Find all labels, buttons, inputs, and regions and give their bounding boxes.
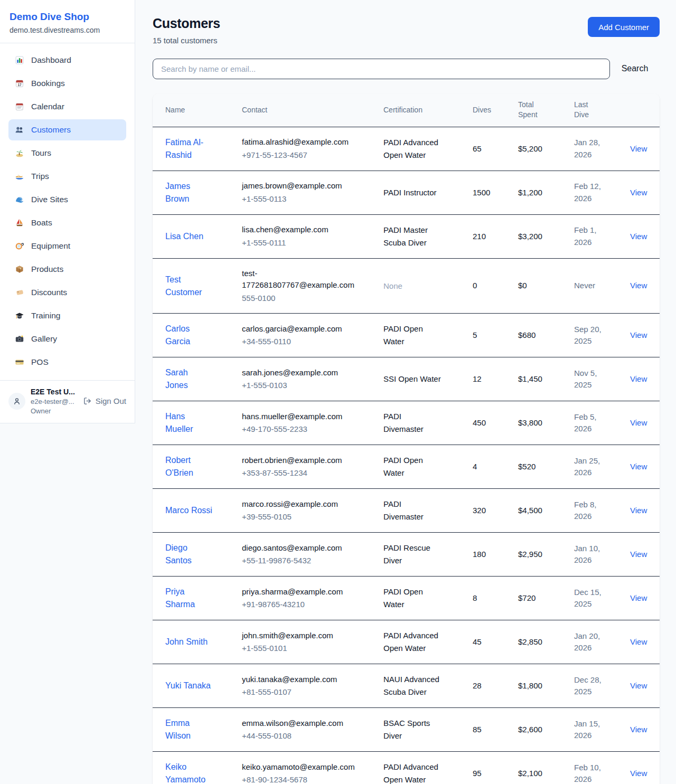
customer-email: lisa.chen@example.com <box>242 224 352 236</box>
customer-name-link[interactable]: Carlos Garcia <box>165 323 212 348</box>
customer-last-dive: Feb 12, 2026 <box>568 171 624 214</box>
sidebar-nav: Dashboard 17 Bookings Calendar Customers… <box>0 43 135 380</box>
view-customer-link[interactable]: View <box>630 769 647 778</box>
tear-calendar-icon: 17 <box>15 79 24 88</box>
sidebar-item-boats[interactable]: Boats <box>8 212 126 233</box>
customer-last-dive: Sep 20, 2025 <box>568 314 624 357</box>
sidebar-item-bookings[interactable]: 17 Bookings <box>8 73 126 94</box>
view-customer-link[interactable]: View <box>630 681 647 690</box>
sidebar-item-gallery[interactable]: Gallery <box>8 328 126 350</box>
customer-dives: 12 <box>466 357 512 401</box>
customer-name-link[interactable]: Fatima Al-Rashid <box>165 136 212 162</box>
sidebar-item-calendar[interactable]: Calendar <box>8 96 126 117</box>
sidebar-item-tours[interactable]: Tours <box>8 143 126 164</box>
customer-phone: +1-555-0113 <box>242 193 352 205</box>
customer-name-link[interactable]: Test Customer <box>165 273 212 299</box>
customer-phone: +81-555-0107 <box>242 686 352 698</box>
app-layout: Demo Dive Shop demo.test.divestreams.com… <box>0 0 676 784</box>
customer-certification: PADI Instructor <box>377 171 466 214</box>
view-customer-link[interactable]: View <box>630 418 647 427</box>
customer-name-link[interactable]: Yuki Tanaka <box>165 679 211 692</box>
sidebar-item-training[interactable]: Training <box>8 305 126 326</box>
view-customer-link[interactable]: View <box>630 144 647 153</box>
sidebar-item-dive-sites[interactable]: Dive Sites <box>8 189 126 210</box>
diving-mask-icon <box>15 241 24 251</box>
sidebar-item-dashboard[interactable]: Dashboard <box>8 50 126 71</box>
speedboat-icon <box>15 172 24 181</box>
table-row: Yuki Tanaka yuki.tanaka@example.com +81-… <box>153 664 660 708</box>
customer-name-link[interactable]: Keiko Yamamoto <box>165 761 212 784</box>
customer-name-link[interactable]: Emma Wilson <box>165 717 212 742</box>
add-customer-button[interactable]: Add Customer <box>588 17 660 37</box>
sidebar-item-products[interactable]: Products <box>8 259 126 280</box>
customer-last-dive: Jan 10, 2026 <box>568 533 624 577</box>
customer-certification: PADI Divemaster <box>377 489 466 533</box>
customer-name-link[interactable]: Marco Rossi <box>165 504 212 517</box>
sidebar-header: Demo Dive Shop demo.test.divestreams.com <box>0 0 135 43</box>
customer-name-link[interactable]: James Brown <box>165 180 212 205</box>
sign-out-button[interactable]: Sign Out <box>83 396 126 405</box>
customer-name-link[interactable]: John Smith <box>165 636 208 648</box>
customer-dives: 45 <box>466 620 512 664</box>
view-customer-link[interactable]: View <box>630 281 647 290</box>
sidebar-item-trips[interactable]: Trips <box>8 166 126 187</box>
customer-phone: +1-555-0103 <box>242 380 352 392</box>
customer-email: john.smith@example.com <box>242 630 352 642</box>
customer-total-spent: $2,600 <box>512 708 568 752</box>
customer-dives: 320 <box>466 489 512 533</box>
customer-dives: 95 <box>466 752 512 784</box>
sidebar-item-equipment[interactable]: Equipment <box>8 235 126 257</box>
customer-name-link[interactable]: Sarah Jones <box>165 366 212 392</box>
customer-last-dive: Never <box>568 258 624 314</box>
view-customer-link[interactable]: View <box>630 637 647 646</box>
sidebar-item-customers[interactable]: Customers <box>8 119 126 140</box>
customer-name-link[interactable]: Hans Mueller <box>165 410 212 436</box>
view-customer-link[interactable]: View <box>630 330 647 339</box>
search-button[interactable]: Search <box>610 63 660 74</box>
customer-last-dive: Nov 5, 2025 <box>568 357 624 401</box>
table-row: Robert O'Brien robert.obrien@example.com… <box>153 445 660 489</box>
view-customer-link[interactable]: View <box>630 188 647 197</box>
customer-total-spent: $2,100 <box>512 752 568 784</box>
view-customer-link[interactable]: View <box>630 506 647 515</box>
view-customer-link[interactable]: View <box>630 725 647 734</box>
view-customer-link[interactable]: View <box>630 462 647 471</box>
customer-last-dive: Jan 15, 2026 <box>568 708 624 752</box>
customer-phone: +1-555-0101 <box>242 643 352 655</box>
customer-dives: 210 <box>466 214 512 258</box>
table-header-row: Name Contact Certification Dives Total S… <box>153 93 660 127</box>
sidebar-item-discounts[interactable]: Discounts <box>8 282 126 303</box>
customer-phone: +1-555-0111 <box>242 237 352 249</box>
user-name: E2E Test U... <box>31 388 78 396</box>
avatar <box>8 393 25 410</box>
island-icon <box>15 148 24 158</box>
table-row: John Smith john.smith@example.com +1-555… <box>153 620 660 664</box>
customer-total-spent: $5,200 <box>512 127 568 171</box>
customer-email: emma.wilson@example.com <box>242 717 352 730</box>
customer-total-spent: $1,800 <box>512 664 568 708</box>
view-customer-link[interactable]: View <box>630 593 647 602</box>
customer-certification: NAUI Advanced Scuba Diver <box>377 664 466 708</box>
view-customer-link[interactable]: View <box>630 232 647 241</box>
sidebar-item-pos[interactable]: POS <box>8 352 126 373</box>
customer-name-link[interactable]: Lisa Chen <box>165 230 203 243</box>
customer-certification: PADI Open Water <box>377 314 466 357</box>
customer-name-link[interactable]: Diego Santos <box>165 542 212 567</box>
bar-chart-icon <box>15 55 24 65</box>
customer-dives: 8 <box>466 577 512 620</box>
main-content: Customers 15 total customers Add Custome… <box>135 0 676 784</box>
customer-name-link[interactable]: Priya Sharma <box>165 585 212 611</box>
view-customer-link[interactable]: View <box>630 550 647 559</box>
customer-last-dive: Feb 10, 2026 <box>568 752 624 784</box>
customer-name-link[interactable]: Robert O'Brien <box>165 454 212 479</box>
view-customer-link[interactable]: View <box>630 374 647 383</box>
table-row: Priya Sharma priya.sharma@example.com +9… <box>153 577 660 620</box>
customers-table: Name Contact Certification Dives Total S… <box>153 93 660 784</box>
customer-last-dive: Jan 28, 2026 <box>568 127 624 171</box>
customer-email: robert.obrien@example.com <box>242 455 352 467</box>
user-section: E2E Test U... e2e-tester@... Owner Sign … <box>0 380 135 423</box>
customer-total-spent: $1,450 <box>512 357 568 401</box>
customer-total-spent: $0 <box>512 258 568 314</box>
search-input[interactable] <box>153 59 610 79</box>
shop-name: Demo Dive Shop <box>10 11 125 23</box>
